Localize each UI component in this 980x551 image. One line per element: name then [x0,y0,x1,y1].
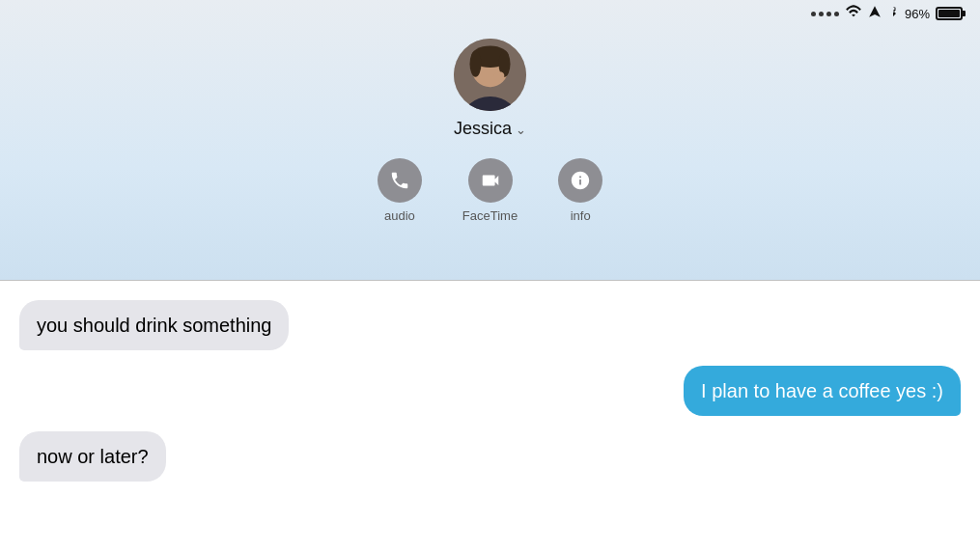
message-text-1: you should drink something [37,315,271,336]
message-bubble-1: you should drink something [19,300,289,350]
info-icon-circle [558,158,602,203]
battery-percent: 96% [905,7,930,21]
chat-area: you should drink something I plan to hav… [0,281,980,551]
audio-button[interactable]: audio [378,158,422,223]
message-bubble-3: now or later? [19,431,166,482]
signal-dot-2 [819,12,824,16]
info-label: info [571,208,591,223]
phone-icon [389,170,410,191]
battery-fill [938,10,960,17]
status-bar: 96% [0,0,980,27]
signal-dot-3 [826,12,831,16]
signal-dot-4 [834,12,839,16]
message-bubble-2: I plan to have a coffee yes :) [684,366,961,416]
facetime-button[interactable]: FaceTime [462,158,518,223]
bluetooth-icon [887,4,899,23]
message-text-2: I plan to have a coffee yes :) [701,380,943,401]
action-buttons: audio FaceTime info [378,158,602,223]
video-icon [480,170,501,191]
battery-icon [936,7,963,20]
avatar [454,39,526,111]
location-icon [868,5,882,22]
signal-dot-1 [811,12,816,16]
facetime-label: FaceTime [462,208,518,223]
contact-name-row[interactable]: Jessica ⌄ [454,119,526,139]
info-icon [570,170,591,191]
svg-point-4 [470,51,482,77]
audio-label: audio [384,208,415,223]
info-button[interactable]: info [558,158,602,223]
wifi-icon [845,3,862,24]
contact-name: Jessica [454,119,512,139]
message-text-3: now or later? [37,446,149,467]
audio-icon-circle [378,158,422,203]
chevron-down-icon: ⌄ [516,123,526,137]
facetime-icon-circle [468,158,513,203]
contact-header: Jessica ⌄ audio FaceTime [0,0,980,280]
signal-dots [811,12,839,16]
